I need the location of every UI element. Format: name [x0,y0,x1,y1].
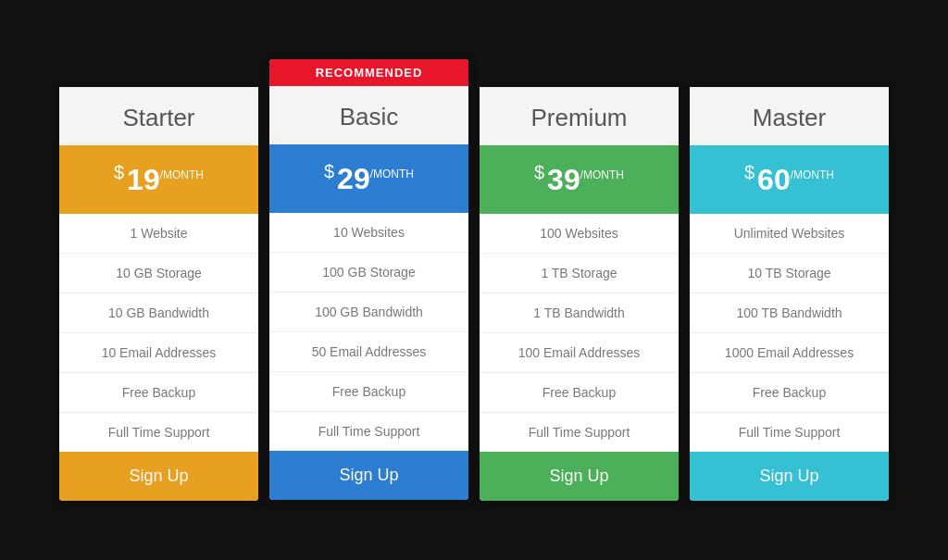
plan-card-premium: Premium $39/MONTH 100 Websites1 TB Stora… [480,87,679,501]
feature-item: 1 TB Bandwidth [480,293,679,333]
feature-item: Full Time Support [690,413,889,452]
plan-price-basic: $29/MONTH [269,144,468,213]
feature-item: Full Time Support [59,413,258,452]
plan-price-starter: $19/MONTH [59,145,258,214]
feature-item: 100 GB Bandwidth [269,292,468,332]
feature-item: 100 Websites [480,214,679,254]
feature-item: 10 GB Storage [59,254,258,293]
currency-symbol: $ [114,162,124,182]
plan-price-premium: $39/MONTH [480,145,679,214]
feature-item: 1 Website [59,214,258,254]
feature-item: 10 GB Bandwidth [59,293,258,333]
pricing-container: Starter $19/MONTH 1 Website10 GB Storage… [41,41,907,519]
per-month-label: /MONTH [370,168,414,180]
feature-item: 100 GB Storage [269,253,468,292]
per-month-label: /MONTH [580,168,624,181]
feature-item: Free Backup [59,373,258,413]
feature-item: 10 Email Addresses [59,333,258,373]
sign-up-button-basic[interactable]: Sign Up [269,451,468,500]
feature-item: 10 Websites [269,213,468,253]
feature-item: Free Backup [690,373,889,413]
plan-title-starter: Starter [59,87,258,145]
plan-features-master: Unlimited Websites10 TB Storage100 TB Ba… [690,214,889,452]
per-month-label: /MONTH [791,168,834,181]
sign-up-button-premium[interactable]: Sign Up [480,452,679,501]
feature-item: Unlimited Websites [690,214,889,254]
feature-item: Free Backup [480,373,679,413]
feature-item: 1000 Email Addresses [690,333,889,373]
feature-item: 100 TB Bandwidth [690,293,889,333]
sign-up-button-master[interactable]: Sign Up [690,452,889,501]
feature-item: 100 Email Addresses [480,333,679,373]
sign-up-button-starter[interactable]: Sign Up [59,452,258,501]
plan-features-basic: 10 Websites100 GB Storage100 GB Bandwidt… [269,213,468,451]
feature-item: Full Time Support [480,413,679,452]
plan-features-starter: 1 Website10 GB Storage10 GB Bandwidth10 … [59,214,258,452]
plan-title-premium: Premium [480,87,679,145]
feature-item: 50 Email Addresses [269,332,468,372]
plan-card-master: Master $60/MONTH Unlimited Websites10 TB… [690,87,889,501]
recommended-badge: RECOMMENDED [269,59,468,86]
currency-symbol: $ [744,162,755,182]
plan-features-premium: 100 Websites1 TB Storage1 TB Bandwidth10… [480,214,679,452]
per-month-label: /MONTH [160,168,204,181]
feature-item: Free Backup [269,372,468,412]
plan-card-basic: RECOMMENDEDBasic $29/MONTH 10 Websites10… [269,59,468,500]
feature-item: 10 TB Storage [690,254,889,293]
feature-item: Full Time Support [269,412,468,451]
currency-symbol: $ [534,162,544,182]
plan-price-master: $60/MONTH [690,145,889,214]
plan-card-starter: Starter $19/MONTH 1 Website10 GB Storage… [59,87,258,501]
plan-title-master: Master [690,87,889,145]
currency-symbol: $ [324,161,334,181]
plan-title-basic: Basic [269,86,468,144]
feature-item: 1 TB Storage [480,254,679,293]
